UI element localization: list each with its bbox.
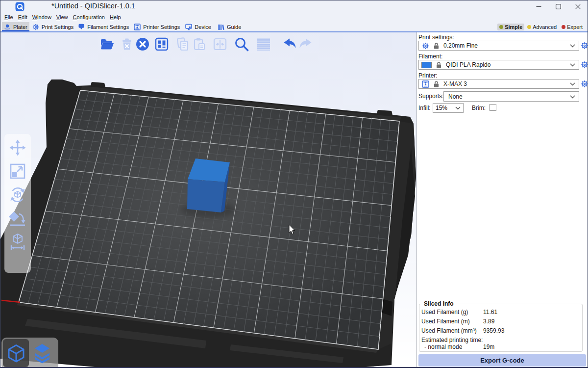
printer-preset-icon	[422, 80, 429, 88]
place-on-face-gizmo-button[interactable]	[8, 209, 27, 228]
mode-expert[interactable]: Expert	[560, 24, 585, 30]
print-settings-combo[interactable]: 0.20mm Fine	[418, 41, 579, 51]
menu-configuration[interactable]: Configuration	[73, 13, 105, 21]
undo-button[interactable]	[282, 36, 297, 52]
minimize-button[interactable]	[529, 0, 548, 12]
arrange-button[interactable]	[154, 36, 170, 52]
si-label: Used Filament (g)	[421, 309, 483, 315]
menu-view[interactable]: View	[56, 13, 68, 21]
export-gcode-button[interactable]: Export G-code	[418, 354, 586, 367]
mode-label: Simple	[505, 24, 522, 30]
si-value: 3.89	[483, 318, 494, 325]
tab-guide[interactable]: Guide	[216, 22, 243, 31]
lock-icon	[434, 81, 439, 87]
app-window: *Untitled - QIDISlicer-1.0.1 File Edit W…	[0, 0, 588, 368]
paste-icon	[192, 36, 207, 52]
delete-all-button[interactable]	[135, 36, 150, 52]
tab-label: Plater	[13, 24, 27, 30]
model-cube[interactable]	[187, 158, 230, 212]
filament-gear-button[interactable]	[581, 61, 588, 69]
mode-simple[interactable]: Simple	[497, 24, 524, 30]
sliced-info-panel: Sliced Info Used Filament (g) 11.61 Used…	[419, 304, 583, 352]
plater-icon	[4, 24, 11, 30]
guide-icon	[218, 24, 224, 30]
lock-icon	[434, 43, 439, 49]
variable-layer-height-button[interactable]	[256, 36, 271, 52]
tab-bar: Plater Print Settings Filament Settings	[0, 22, 588, 32]
measure-icon	[8, 233, 27, 251]
tab-filament-settings[interactable]: Filament Settings	[76, 22, 131, 31]
tab-print-settings[interactable]: Print Settings	[30, 22, 75, 31]
maximize-button[interactable]	[548, 0, 568, 12]
supports-combo[interactable]: None	[443, 91, 579, 102]
sliced-info-row: Used Filament (m) 3.89	[421, 318, 578, 325]
infill-combo[interactable]: 15%	[433, 103, 464, 113]
move-gizmo-button[interactable]	[8, 138, 27, 158]
sliced-info-row: Estimated printing time:	[421, 337, 578, 343]
filament-combo[interactable]: QIDI PLA Rapido	[418, 60, 579, 70]
tab-device[interactable]: Device	[183, 22, 213, 31]
redo-button[interactable]	[298, 36, 314, 52]
si-label: - normal mode	[424, 343, 483, 350]
copy-button[interactable]	[175, 36, 191, 52]
filament-value: QIDI PLA Rapido	[446, 61, 490, 68]
chevron-down-icon	[570, 63, 575, 67]
delete-button[interactable]	[119, 36, 135, 52]
view-preview-button[interactable]	[29, 339, 55, 367]
lock-icon	[436, 62, 441, 68]
print-preset-icon	[422, 42, 429, 50]
title-bar: *Untitled - QIDISlicer-1.0.1	[0, 0, 588, 12]
paste-button[interactable]	[192, 36, 207, 52]
open-folder-icon	[99, 36, 115, 52]
advanced-dot-icon	[527, 25, 531, 29]
open-button[interactable]	[99, 36, 115, 52]
tab-label: Print Settings	[42, 24, 74, 30]
tab-label: Guide	[227, 24, 241, 30]
chevron-down-icon	[570, 82, 575, 86]
arrange-icon	[154, 36, 170, 52]
close-icon	[575, 4, 581, 9]
settings-sidebar: Print settings: 0.20mm Fine	[417, 32, 588, 367]
main-content: Print settings: 0.20mm Fine	[0, 32, 588, 367]
menu-help[interactable]: Help	[110, 13, 121, 21]
tab-plater[interactable]: Plater	[2, 22, 29, 31]
device-icon	[185, 24, 192, 30]
move-icon	[8, 138, 27, 157]
mode-advanced[interactable]: Advanced	[525, 24, 559, 30]
brim-checkbox[interactable]	[490, 104, 496, 111]
tab-label: Filament Settings	[87, 24, 129, 30]
sliced-info-row: - normal mode 19m	[424, 343, 581, 350]
qidi-logo-icon	[15, 2, 24, 11]
printer-combo[interactable]: X-MAX 3	[418, 79, 579, 89]
tab-printer-settings[interactable]: Printer Settings	[132, 22, 182, 31]
si-label: Used Filament (m)	[421, 318, 483, 325]
search-button[interactable]	[233, 36, 249, 52]
window-title: *Untitled - QIDISlicer-1.0.1	[51, 2, 135, 10]
infill-label: Infill:	[418, 105, 431, 111]
close-button[interactable]	[568, 0, 588, 12]
minimize-icon	[536, 4, 541, 9]
viewport-3d[interactable]	[0, 32, 417, 367]
scale-gizmo-button[interactable]	[8, 161, 27, 181]
supports-value: None	[448, 93, 463, 100]
redo-icon	[298, 36, 314, 52]
mode-selector: Simple Advanced Expert	[496, 22, 585, 31]
split-objects-button[interactable]	[212, 36, 228, 52]
menu-edit[interactable]: Edit	[18, 13, 27, 21]
filament-label: Filament:	[418, 53, 442, 60]
sliced-info-row: Used Filament (g) 11.61	[421, 309, 578, 315]
measure-gizmo-button[interactable]	[8, 232, 27, 252]
split-objects-icon	[212, 36, 228, 52]
scale-icon	[8, 162, 27, 181]
chevron-down-icon	[455, 106, 461, 110]
printer-gear-button[interactable]	[581, 80, 588, 88]
print-settings-gear-button[interactable]	[581, 42, 588, 50]
view-3d-editor-button[interactable]	[3, 339, 29, 367]
rotate-gizmo-button[interactable]	[8, 185, 27, 205]
gizmo-toolbar	[4, 134, 31, 273]
window-controls	[529, 0, 588, 12]
printer-value: X-MAX 3	[443, 80, 467, 87]
menu-file[interactable]: File	[4, 13, 13, 21]
menu-window[interactable]: Window	[32, 13, 51, 21]
delete-icon	[119, 36, 135, 52]
